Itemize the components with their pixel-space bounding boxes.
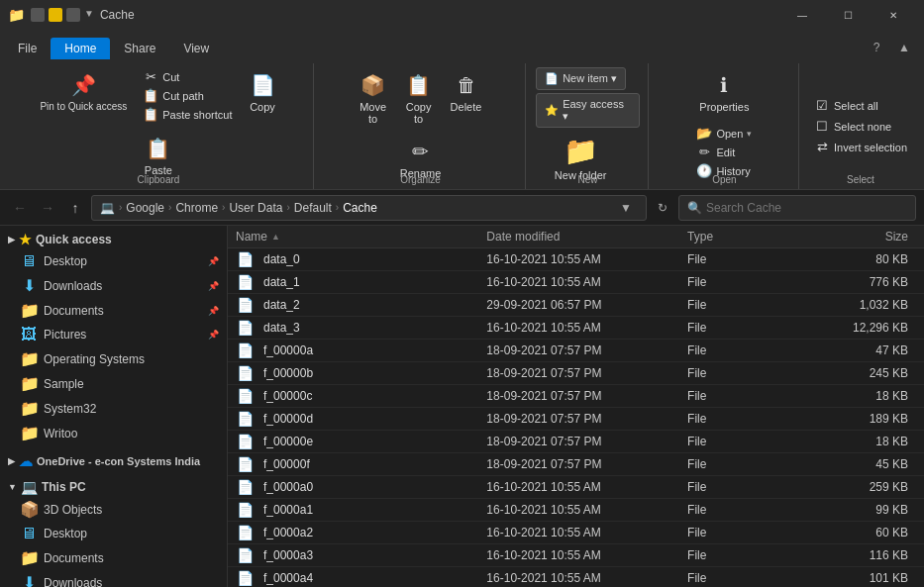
title-dropdown-arrow[interactable]: ▼ [84,8,94,22]
tb-icon-3[interactable] [66,8,80,22]
copy-path-button[interactable]: 📋 Cut path [137,86,238,105]
breadcrumb[interactable]: 💻 › Google › Chrome › User Data › Defaul… [91,195,647,221]
sidebar-item-documents-pc[interactable]: 📁 Documents [0,545,227,570]
sample-label: Sample [44,377,84,391]
easy-access-icon: ⭐ [545,104,559,117]
copy-button[interactable]: 📄 Copy [241,67,285,117]
quick-access-header[interactable]: ▶ ★ Quick access [0,230,227,249]
sidebar-item-3dobjects[interactable]: 📦 3D Objects [0,497,227,522]
col-size-header[interactable]: Size [808,230,916,244]
new-group: 📄 New item ▾ ⭐ Easy access ▾ 📁 New folde… [528,63,649,189]
col-date-header[interactable]: Date modified [486,230,687,244]
sidebar-item-downloads-pc[interactable]: ⬇ Downloads [0,570,227,587]
delete-button[interactable]: 🗑 Delete [443,67,490,117]
sidebar-item-sample[interactable]: 📁 Sample [0,371,227,396]
paste-shortcut-icon: 📋 [143,107,158,122]
sidebar-item-desktop[interactable]: 🖥 Desktop 📌 [0,249,227,273]
file-name: f_00000e [263,435,486,448]
ribbon-collapse-button[interactable]: ▲ [892,36,916,59]
move-icon: 📦 [359,71,387,99]
table-row[interactable]: 📄 f_0000a4 16-10-2021 10:55 AM File 101 … [228,567,924,587]
easy-access-button[interactable]: ⭐ Easy access ▾ [536,93,640,128]
file-icon: 📄 [236,342,254,359]
address-dropdown-button[interactable]: ▼ [614,195,638,221]
table-row[interactable]: 📄 f_0000a0 16-10-2021 10:55 AM File 259 … [228,476,924,499]
sidebar-item-downloads[interactable]: ⬇ Downloads 📌 [0,273,227,298]
sidebar-item-pictures[interactable]: 🖼 Pictures 📌 [0,323,227,346]
col-name-header[interactable]: Name ▲ [236,230,486,244]
tab-home[interactable]: Home [51,38,110,59]
minimize-button[interactable]: — [779,0,825,30]
close-button[interactable]: ✕ [871,0,916,30]
table-row[interactable]: 📄 data_3 16-10-2021 10:55 AM File 12,296… [228,317,924,340]
breadcrumb-google[interactable]: Google [126,201,164,215]
file-date: 16-10-2021 10:55 AM [486,480,687,494]
table-row[interactable]: 📄 data_2 29-09-2021 06:57 PM File 1,032 … [228,294,924,317]
up-button[interactable]: ↑ [63,196,87,220]
table-row[interactable]: 📄 f_00000d 18-09-2021 07:57 PM File 189 … [228,408,924,431]
help-button[interactable]: ? [865,36,888,59]
sidebar-item-documents[interactable]: 📁 Documents 📌 [0,298,227,323]
col-type-header[interactable]: Type [687,230,808,244]
refresh-button[interactable]: ↻ [651,196,674,220]
select-none-button[interactable]: ☐ Select none [808,117,897,136]
open-button[interactable]: 📂 Open ▾ [690,124,758,143]
table-row[interactable]: 📄 f_00000c 18-09-2021 07:57 PM File 18 K… [228,385,924,408]
thispc-header[interactable]: ▼ 💻 This PC [0,477,227,497]
tb-icon-1[interactable] [31,8,45,22]
sidebar-item-operating-systems[interactable]: 📁 Operating Systems [0,346,227,371]
table-row[interactable]: 📄 f_00000f 18-09-2021 07:57 PM File 45 K… [228,453,924,476]
sidebar-item-system32[interactable]: 📁 System32 [0,396,227,421]
tab-share[interactable]: Share [110,38,169,59]
table-row[interactable]: 📄 data_1 16-10-2021 10:55 AM File 776 KB [228,271,924,294]
table-row[interactable]: 📄 f_00000e 18-09-2021 07:57 PM File 18 K… [228,431,924,453]
table-row[interactable]: 📄 f_00000b 18-09-2021 07:57 PM File 245 … [228,362,924,385]
select-all-button[interactable]: ☑ Select all [808,96,884,115]
search-input[interactable] [706,201,907,215]
table-row[interactable]: 📄 data_0 16-10-2021 10:55 AM File 80 KB [228,248,924,271]
copy-to-button[interactable]: 📋 Copyto [397,67,441,129]
breadcrumb-sep-3: › [286,202,289,213]
delete-icon: 🗑 [453,71,480,99]
forward-button[interactable]: → [36,196,59,220]
paste-shortcut-button[interactable]: 📋 Paste shortcut [137,105,238,124]
downloads-pc-icon: ⬇ [20,573,38,587]
sample-icon: 📁 [20,374,38,393]
tb-icon-2[interactable] [49,8,62,22]
file-type: File [687,321,808,335]
breadcrumb-default[interactable]: Default [294,201,332,215]
new-item-button[interactable]: 📄 New item ▾ [536,67,626,90]
sidebar-item-desktop-pc[interactable]: 🖥 Desktop [0,522,227,545]
sidebar-item-writoo[interactable]: 📁 Writoo [0,421,227,445]
paste-button[interactable]: 📋 Paste [136,131,180,180]
table-row[interactable]: 📄 f_0000a3 16-10-2021 10:55 AM File 116 … [228,544,924,567]
file-name: f_0000a3 [263,548,486,562]
maximize-button[interactable]: ☐ [825,0,871,30]
file-date: 16-10-2021 10:55 AM [486,526,687,539]
onedrive-header[interactable]: ▶ ☁ OneDrive - e-con Systems India [0,451,227,471]
move-to-button[interactable]: 📦 Moveto [352,67,395,129]
tab-view[interactable]: View [169,38,223,59]
file-date: 29-09-2021 06:57 PM [486,298,687,312]
table-row[interactable]: 📄 f_0000a2 16-10-2021 10:55 AM File 60 K… [228,522,924,544]
file-size: 189 KB [808,412,916,426]
properties-button[interactable]: ℹ Properties [691,67,757,117]
breadcrumb-chrome[interactable]: Chrome [175,201,218,215]
downloads-pc-label: Downloads [44,576,102,588]
back-button[interactable]: ← [8,196,32,220]
select-all-icon: ☑ [814,98,830,113]
breadcrumb-cache[interactable]: Cache [343,201,377,215]
table-row[interactable]: 📄 f_0000a1 16-10-2021 10:55 AM File 99 K… [228,499,924,522]
file-type: File [687,480,808,494]
table-row[interactable]: 📄 f_00000a 18-09-2021 07:57 PM File 47 K… [228,340,924,362]
invert-icon: ⇄ [814,140,830,154]
invert-selection-button[interactable]: ⇄ Invert selection [808,138,913,156]
search-bar[interactable]: 🔍 [678,195,916,221]
breadcrumb-userdata[interactable]: User Data [229,201,282,215]
file-name: f_0000a4 [263,571,486,585]
edit-button[interactable]: ✏ Edit [690,143,758,161]
cut-button[interactable]: ✂ Cut [137,67,238,86]
tab-file[interactable]: File [4,38,51,59]
pin-to-quick-access-button[interactable]: 📌 Pin to Quick access [32,67,135,117]
sort-arrow: ▲ [271,232,280,242]
